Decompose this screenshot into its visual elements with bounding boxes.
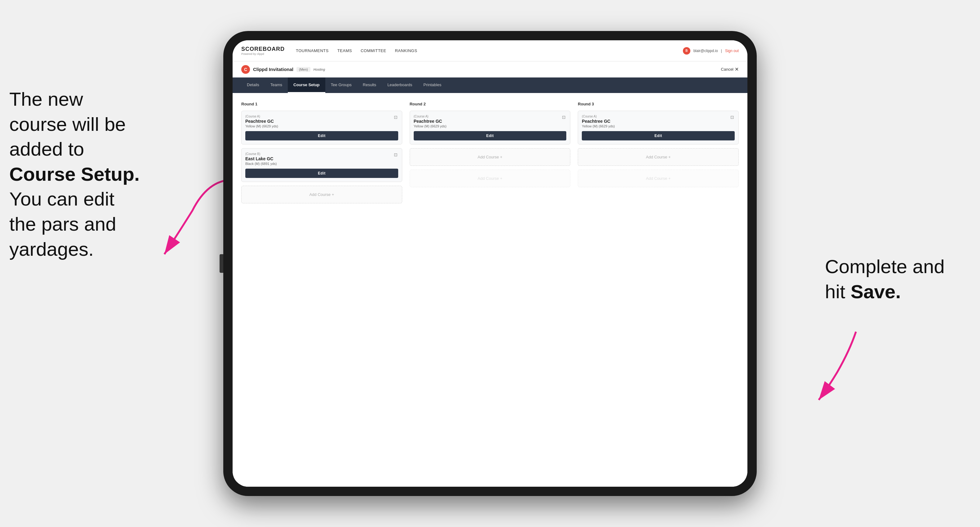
gender-badge: (Men)	[296, 67, 310, 72]
main-content: Round 1 (Course A) Peachtree GC Yellow (…	[232, 93, 748, 487]
round-2-label: Round 2	[410, 102, 571, 106]
top-nav-left: SCOREBOARD Powered by clippd TOURNAMENTS…	[241, 46, 417, 56]
annotation-right: Complete and hit Save.	[825, 254, 961, 304]
tab-printables[interactable]: Printables	[418, 78, 447, 93]
round-3-course-a-name: Peachtree GC	[582, 119, 735, 124]
nav-separator: |	[721, 49, 722, 53]
round-3-label: Round 3	[578, 102, 739, 106]
arrow-right	[794, 325, 881, 406]
nav-link-committee[interactable]: COMMITTEE	[361, 48, 387, 53]
user-email: blair@clippd.io	[694, 49, 718, 53]
tab-tee-groups[interactable]: Tee Groups	[325, 78, 357, 93]
tab-leaderboards[interactable]: Leaderboards	[382, 78, 418, 93]
nav-link-teams[interactable]: TEAMS	[337, 48, 352, 53]
round-2-course-a-name: Peachtree GC	[414, 119, 566, 124]
round-1-course-b-edit-button[interactable]: Edit	[245, 169, 398, 178]
nav-link-tournaments[interactable]: TOURNAMENTS	[296, 48, 329, 53]
sign-out-link[interactable]: Sign out	[725, 49, 739, 53]
tablet-side-button	[220, 254, 223, 273]
round-2-course-a-card: (Course A) Peachtree GC Yellow (M) (6629…	[410, 111, 571, 144]
cancel-icon: ✕	[735, 66, 739, 72]
top-nav: SCOREBOARD Powered by clippd TOURNAMENTS…	[232, 40, 748, 61]
round-1-course-a-edit-button[interactable]: Edit	[245, 131, 398, 140]
round-1-course-a-card: (Course A) Peachtree GC Yellow (M) (6629…	[241, 111, 402, 144]
round-3-course-a-label: (Course A)	[582, 115, 735, 118]
tournament-name: Clippd Invitational	[253, 67, 293, 72]
top-nav-right: B blair@clippd.io | Sign out	[683, 47, 739, 54]
round-1-course-a-name: Peachtree GC	[245, 119, 398, 124]
round-1-course-a-detail: Yellow (M) (6629 yds)	[245, 124, 398, 128]
nav-links: TOURNAMENTS TEAMS COMMITTEE RANKINGS	[296, 48, 417, 53]
user-avatar: B	[683, 47, 690, 54]
round-3-add-course-2-button: Add Course +	[578, 170, 739, 187]
logo-title: SCOREBOARD	[241, 46, 285, 52]
round-2-course-a-delete[interactable]: ⊡	[561, 114, 567, 120]
round-2-column: Round 2 (Course A) Peachtree GC Yellow (…	[410, 102, 571, 207]
round-3-course-a-card: (Course A) Peachtree GC Yellow (M) (6629…	[578, 111, 739, 144]
rounds-grid: Round 1 (Course A) Peachtree GC Yellow (…	[241, 102, 739, 207]
logo-subtitle: Powered by clippd	[241, 52, 285, 56]
sub-nav-left: C Clippd Invitational (Men) Hosting	[241, 65, 325, 74]
round-1-course-b-detail: Black (M) (6891 yds)	[245, 162, 398, 165]
round-1-course-a-delete[interactable]: ⊡	[393, 114, 399, 120]
tablet: SCOREBOARD Powered by clippd TOURNAMENTS…	[223, 31, 757, 496]
round-1-label: Round 1	[241, 102, 402, 106]
round-1-column: Round 1 (Course A) Peachtree GC Yellow (…	[241, 102, 402, 207]
round-1-course-b-delete[interactable]: ⊡	[393, 152, 399, 158]
round-1-course-b-card: (Course B) East Lake GC Black (M) (6891 …	[241, 148, 402, 182]
annotation-left: The new course will be added to Course S…	[9, 87, 189, 262]
round-3-course-a-detail: Yellow (M) (6629 yds)	[582, 124, 735, 128]
scoreboard-logo: SCOREBOARD Powered by clippd	[241, 46, 285, 56]
round-1-course-b-label: (Course B)	[245, 152, 398, 156]
round-1-course-b-name: East Lake GC	[245, 156, 398, 161]
tab-teams[interactable]: Teams	[265, 78, 288, 93]
tab-course-setup[interactable]: Course Setup	[288, 78, 325, 93]
round-2-course-a-detail: Yellow (M) (6629 yds)	[414, 124, 566, 128]
round-3-course-a-delete[interactable]: ⊡	[729, 114, 735, 120]
cancel-button[interactable]: Cancel ✕	[721, 66, 739, 72]
round-3-course-a-edit-button[interactable]: Edit	[582, 131, 735, 140]
round-2-add-course-2-button: Add Course +	[410, 170, 571, 187]
tab-details[interactable]: Details	[241, 78, 265, 93]
round-3-add-course-button[interactable]: Add Course +	[578, 148, 739, 166]
round-2-add-course-button[interactable]: Add Course +	[410, 148, 571, 166]
tab-bar: Details Teams Course Setup Tee Groups Re…	[232, 78, 748, 93]
hosting-badge: Hosting	[313, 68, 325, 71]
round-2-course-a-label: (Course A)	[414, 115, 566, 118]
sub-nav: C Clippd Invitational (Men) Hosting Canc…	[232, 61, 748, 78]
tablet-screen: SCOREBOARD Powered by clippd TOURNAMENTS…	[232, 40, 748, 487]
brand-icon: C	[241, 65, 250, 74]
round-1-course-a-label: (Course A)	[245, 115, 398, 118]
tab-results[interactable]: Results	[357, 78, 382, 93]
round-2-course-a-edit-button[interactable]: Edit	[414, 131, 566, 140]
nav-link-rankings[interactable]: RANKINGS	[395, 48, 417, 53]
round-1-add-course-button[interactable]: Add Course +	[241, 186, 402, 203]
round-3-column: Round 3 (Course A) Peachtree GC Yellow (…	[578, 102, 739, 207]
